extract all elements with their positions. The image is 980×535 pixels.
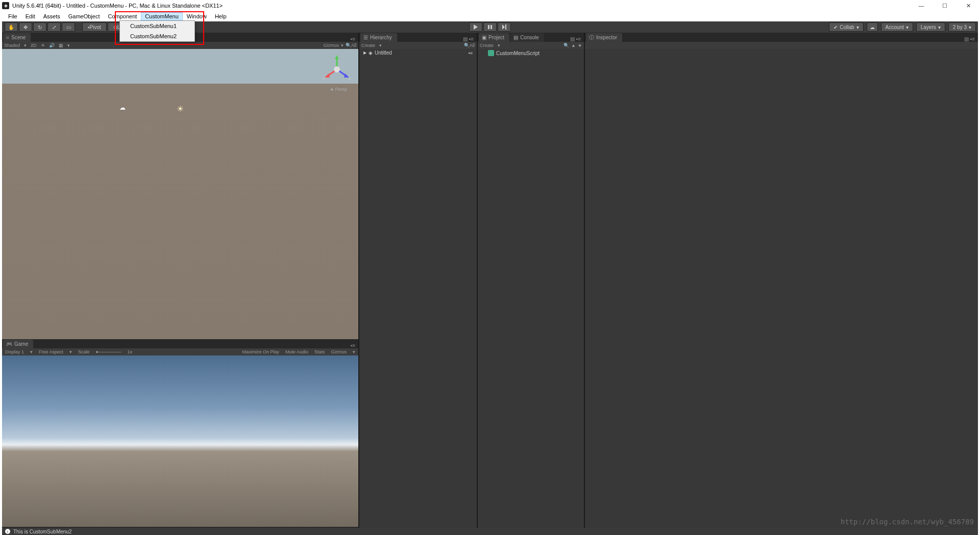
close-button[interactable]: ✕ xyxy=(957,0,980,11)
scene-viewport[interactable]: ☁ ☀ x z Persp xyxy=(2,49,358,339)
inspector-tab[interactable]: ⓘ Inspector xyxy=(586,33,622,42)
game-maximize-toggle[interactable]: Maximize On Play xyxy=(242,349,279,354)
hand-tool-button[interactable]: ✋ xyxy=(5,22,18,32)
statusbar: i This is CustomSubMenu2 xyxy=(2,528,978,535)
inspector-panel-menu-icon[interactable]: ▤ ▪≡ xyxy=(964,36,978,42)
shaded-dropdown[interactable]: Shaded xyxy=(4,43,20,48)
scene-orientation-gizmo[interactable]: x z xyxy=(322,54,352,85)
menu-help[interactable]: Help xyxy=(211,12,231,20)
project-create-dropdown[interactable]: Create xyxy=(480,43,494,48)
menu-component[interactable]: Component xyxy=(104,12,141,20)
console-icon: ▤ xyxy=(513,35,518,40)
window-titlebar: ◈ Unity 5.6.4f1 (64bit) - Untitled - Cus… xyxy=(0,0,980,11)
game-gizmos-dropdown[interactable]: Gizmos xyxy=(331,349,347,354)
watermark-text: http://blog.csdn.net/wyb_456789 xyxy=(841,518,974,526)
project-panel-menu-icon[interactable]: ▤ ▪≡ xyxy=(570,36,584,42)
editor-area: ✋ ✥ ↻ ⤢ ▭ ▪ Pivot ⊙ Local ✔ Collab ▾ ☁ A… xyxy=(2,21,978,528)
hierarchy-row-menu-icon[interactable]: ▪≡ xyxy=(469,50,473,56)
rotate-tool-button[interactable]: ↻ xyxy=(33,22,46,32)
pivot-toggle-button[interactable]: ▪ Pivot xyxy=(82,22,107,32)
cloud-button[interactable]: ☁ xyxy=(867,22,878,32)
scene-light-toggle[interactable]: ☀ xyxy=(41,43,45,48)
layers-dropdown[interactable]: Layers ▾ xyxy=(916,22,945,32)
info-icon: i xyxy=(5,529,10,534)
pause-button[interactable] xyxy=(483,22,497,32)
game-scale-label: Scale xyxy=(78,349,90,354)
rect-tool-button[interactable]: ▭ xyxy=(62,22,75,32)
svg-text:z: z xyxy=(349,76,351,81)
scene-directional-light-icon: ☀ xyxy=(176,104,185,113)
svg-rect-1 xyxy=(491,25,492,29)
menu-edit[interactable]: Edit xyxy=(21,12,39,20)
unity-scene-icon: ◈ xyxy=(369,50,373,56)
menubar: File Edit Assets GameObject Component Cu… xyxy=(0,11,980,21)
svg-text:x: x xyxy=(323,76,325,81)
scene-tab[interactable]: ⌗ Scene xyxy=(3,33,31,42)
menu-assets[interactable]: Assets xyxy=(39,12,64,20)
menu-gameobject[interactable]: GameObject xyxy=(64,12,104,20)
svg-rect-0 xyxy=(488,25,489,29)
svg-rect-2 xyxy=(505,24,506,30)
game-display-dropdown[interactable]: Display 1 xyxy=(5,349,24,354)
scale-tool-button[interactable]: ⤢ xyxy=(47,22,61,32)
status-message: This is CustomSubMenu2 xyxy=(13,529,72,534)
csharp-script-icon xyxy=(488,50,494,56)
game-viewport xyxy=(2,355,358,527)
menu-window[interactable]: Window xyxy=(183,12,211,20)
hierarchy-row-untitled[interactable]: ▶ ◈ Untitled ▪≡ xyxy=(359,49,477,57)
game-panel-menu-icon[interactable]: ▪≡ xyxy=(351,343,358,348)
maximize-button[interactable]: ☐ xyxy=(933,0,957,11)
layout-dropdown[interactable]: 2 by 3 ▾ xyxy=(948,22,976,32)
collab-dropdown[interactable]: ✔ Collab ▾ xyxy=(829,22,863,32)
scene-panel-menu-icon[interactable]: ▪≡ xyxy=(351,36,358,42)
svg-marker-4 xyxy=(335,55,339,59)
project-tab[interactable]: ▣ Project xyxy=(479,33,509,42)
project-item-custommenuscript[interactable]: CustomMenuScript xyxy=(478,49,584,57)
inspector-body xyxy=(585,49,978,528)
scene-persp-label[interactable]: Persp xyxy=(329,87,347,92)
game-mute-toggle[interactable]: Mute Audio xyxy=(285,349,308,354)
game-scale-value: 1x xyxy=(128,349,133,354)
minimize-button[interactable]: — xyxy=(910,0,933,11)
scene-2d-toggle[interactable]: 2D xyxy=(31,43,37,48)
game-scale-slider[interactable]: ●─────── xyxy=(96,349,121,354)
hierarchy-tab[interactable]: ☰ Hierarchy xyxy=(360,33,397,42)
project-search-icon[interactable]: 🔍 xyxy=(564,43,569,48)
dropdown-item-customsubmenu2[interactable]: CustomSubMenu2 xyxy=(120,31,194,41)
hierarchy-create-dropdown[interactable]: Create xyxy=(361,43,375,48)
scene-audio-toggle[interactable]: 🔊 xyxy=(49,43,55,48)
dropdown-item-customsubmenu1[interactable]: CustomSubMenu1 xyxy=(120,21,194,31)
step-button[interactable] xyxy=(498,22,511,32)
custommenu-dropdown: CustomSubMenu1 CustomSubMenu2 xyxy=(119,20,195,42)
hierarchy-search-all[interactable]: 🔍All xyxy=(464,43,475,48)
inspector-icon: ⓘ xyxy=(589,34,594,41)
scene-fx-toggle[interactable]: ▦ xyxy=(59,43,63,48)
scene-gizmos-dropdown[interactable]: Gizmos xyxy=(323,43,339,48)
account-dropdown[interactable]: Account ▾ xyxy=(881,22,913,32)
menu-custommenu[interactable]: CustomMenu xyxy=(141,12,182,20)
scene-cloud-icon: ☁ xyxy=(119,104,126,111)
expand-triangle-icon[interactable]: ▶ xyxy=(363,50,366,55)
project-icon: ▣ xyxy=(482,35,486,40)
hierarchy-panel-menu-icon[interactable]: ▤ ▪≡ xyxy=(463,36,477,42)
unity-logo-icon: ◈ xyxy=(2,2,9,9)
svg-point-9 xyxy=(334,66,340,72)
game-aspect-dropdown[interactable]: Free Aspect xyxy=(39,349,63,354)
game-stats-toggle[interactable]: Stats xyxy=(314,349,325,354)
console-tab[interactable]: ▤ Console xyxy=(510,33,544,42)
window-title: Unity 5.6.4f1 (64bit) - Untitled - Custo… xyxy=(12,3,223,9)
scene-search-all[interactable]: 🔍All xyxy=(346,43,356,48)
project-fav-icon[interactable]: ★ xyxy=(578,43,582,48)
play-button[interactable] xyxy=(469,22,482,32)
game-icon: 🎮 xyxy=(6,341,12,347)
hierarchy-icon: ☰ xyxy=(363,35,368,40)
move-tool-button[interactable]: ✥ xyxy=(19,22,32,32)
project-filter-icon[interactable]: ▲ xyxy=(571,43,576,48)
scene-icon: ⌗ xyxy=(6,35,9,41)
menu-file[interactable]: File xyxy=(4,12,21,20)
game-tab[interactable]: 🎮 Game xyxy=(3,340,33,348)
